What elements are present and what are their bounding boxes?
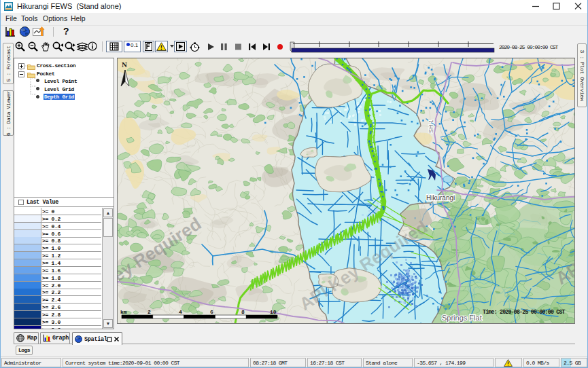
svg-text:8: 8	[241, 309, 245, 315]
svg-text:Springs Flat: Springs Flat	[442, 314, 482, 322]
svg-text:4: 4	[179, 309, 182, 315]
svg-text:SH 1: SH 1	[428, 119, 434, 133]
svg-text:2: 2	[148, 309, 151, 315]
svg-text:Hikurangi: Hikurangi	[426, 194, 455, 202]
svg-text:N: N	[122, 60, 127, 69]
svg-text:Time: 2020-08-25 00:00:00 CST: Time: 2020-08-25 00:00:00 CST	[483, 309, 566, 315]
svg-text:6: 6	[210, 309, 213, 315]
svg-text:km: km	[120, 309, 127, 315]
svg-text:10: 10	[270, 309, 277, 315]
